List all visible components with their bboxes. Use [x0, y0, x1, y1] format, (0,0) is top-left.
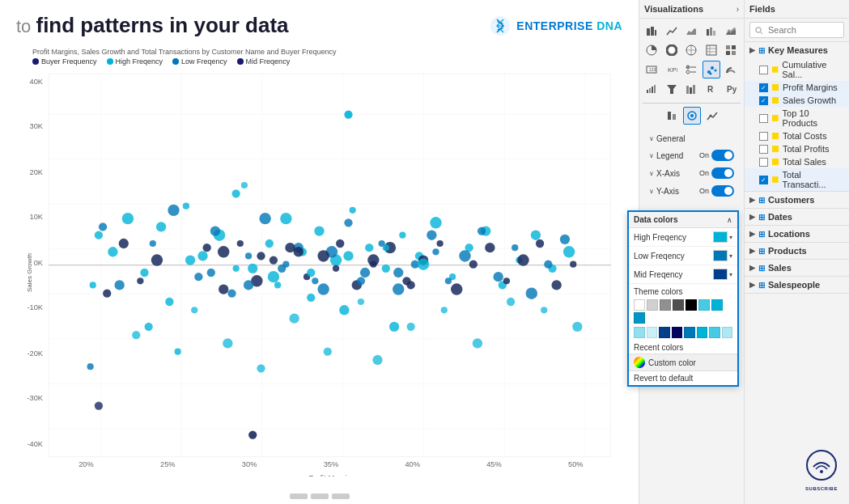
viz-r-visual[interactable]: R: [703, 80, 720, 98]
legend-label-buyer: Buyer Frequency: [41, 57, 97, 66]
field-check-total-transactions[interactable]: ✓: [759, 176, 768, 184]
page-2[interactable]: [311, 493, 329, 499]
viz-analytics-icon[interactable]: [703, 107, 721, 125]
dc-color-btn-low[interactable]: ▾: [713, 250, 732, 261]
viz-waterfall[interactable]: [643, 80, 660, 98]
dc-swatch-cyan3[interactable]: [697, 327, 708, 338]
svg-point-64: [289, 313, 299, 323]
dc-swatch-white[interactable]: [634, 299, 645, 311]
field-check-sales-growth[interactable]: ✓: [759, 96, 768, 105]
dc-theme-colors-row1: [629, 298, 737, 327]
field-group-header-dates[interactable]: ▶ ⊞ Dates: [745, 209, 849, 225]
viz-map[interactable]: [682, 41, 700, 59]
field-group-header-products[interactable]: ▶ ⊞ Products: [745, 243, 849, 259]
viz-kpi[interactable]: KPI: [663, 61, 681, 78]
field-check-cumulative[interactable]: [759, 66, 768, 74]
dc-swatch-gray[interactable]: [660, 299, 671, 311]
viz-slicer[interactable]: [682, 61, 700, 78]
dc-swatch-blue1[interactable]: [634, 312, 645, 324]
field-group-header-sales[interactable]: ▶ ⊞ Sales: [745, 260, 849, 276]
field-check-profit-margins[interactable]: ✓: [759, 83, 768, 92]
viz-ribbon[interactable]: [682, 80, 700, 98]
viz-donut-chart[interactable]: [663, 41, 681, 59]
viz-card[interactable]: 123: [643, 61, 660, 78]
subscribe-area[interactable]: SUBSCRIBE: [805, 449, 838, 491]
yaxis-toggle-pill[interactable]: [711, 185, 734, 197]
field-check-total-sales[interactable]: [759, 158, 768, 167]
field-item-cumulative[interactable]: Cumulative Sal...: [745, 58, 849, 81]
viz-matrix[interactable]: [722, 41, 740, 59]
viz-area-chart[interactable]: [682, 22, 700, 40]
field-group-header-locations[interactable]: ▶ ⊞ Locations: [745, 226, 849, 242]
field-group-header-key-measures[interactable]: ▶ ⊞ Key Measures: [745, 42, 849, 58]
dc-swatch-nvy[interactable]: [659, 327, 670, 338]
dc-custom-color-row[interactable]: Custom color: [629, 354, 737, 371]
dc-swatch-black[interactable]: [686, 299, 697, 311]
prop-yaxis[interactable]: ∨ Y-Axis On: [646, 182, 737, 200]
viz-pie-chart[interactable]: [643, 41, 660, 59]
field-item-total-profits[interactable]: Total Profits: [745, 142, 849, 155]
general-chevron: ∨: [649, 135, 654, 142]
field-item-total-costs[interactable]: Total Costs: [745, 129, 849, 142]
legend-toggle[interactable]: On: [699, 150, 734, 161]
dc-swatch-ltcyan[interactable]: [634, 327, 645, 338]
xaxis-toggle-pill[interactable]: [711, 167, 734, 179]
viz-funnel[interactable]: [663, 80, 681, 98]
viz-format-icon[interactable]: [683, 107, 701, 125]
page-1[interactable]: [290, 493, 308, 499]
svg-point-44: [365, 244, 373, 252]
svg-text:10K: 10K: [30, 213, 44, 221]
dc-swatch-dgray[interactable]: [673, 299, 684, 311]
field-check-total-costs[interactable]: [759, 132, 768, 141]
dc-arrow-low: ▾: [729, 252, 732, 260]
field-label-total-sales: Total Sales: [783, 157, 826, 167]
svg-rect-205: [772, 97, 779, 104]
field-group-header-customers[interactable]: ▶ ⊞ Customers: [745, 192, 849, 208]
legend-toggle-pill[interactable]: [711, 150, 734, 161]
xaxis-toggle[interactable]: On: [699, 167, 734, 179]
field-check-top10[interactable]: [759, 114, 768, 123]
field-item-total-sales[interactable]: Total Sales: [745, 155, 849, 168]
dc-swatch-ltblue[interactable]: [709, 327, 720, 338]
field-item-profit-margins[interactable]: ✓ Profit Margins: [745, 81, 849, 94]
dc-collapse-chevron[interactable]: ∧: [727, 216, 732, 224]
svg-point-139: [333, 265, 339, 272]
viz-gauge[interactable]: [722, 61, 740, 78]
field-group-header-salespeople[interactable]: ▶ ⊞ Salespeople: [745, 277, 849, 293]
dc-swatch-cyan1[interactable]: [698, 299, 710, 311]
viz-scatter-active[interactable]: [703, 61, 720, 78]
dc-swatch-lgray[interactable]: [647, 299, 658, 311]
field-item-sales-growth[interactable]: ✓ Sales Growth: [745, 94, 849, 107]
legend-chevron: ∨: [649, 152, 654, 159]
viz-stacked-area[interactable]: [722, 22, 740, 40]
dc-swatch-cyan2[interactable]: [711, 299, 723, 311]
dc-swatch-dnvy[interactable]: [672, 327, 683, 338]
viz-python[interactable]: Py: [722, 80, 740, 98]
viz-stacked-bar[interactable]: [643, 22, 660, 40]
field-item-top10[interactable]: Top 10 Products: [745, 107, 849, 129]
field-item-total-transactions[interactable]: ✓ Total Transacti...: [745, 168, 849, 191]
dc-swatch-mblue[interactable]: [684, 327, 695, 338]
prop-general[interactable]: ∨ General: [646, 131, 737, 146]
dc-revert-row[interactable]: Revert to default: [629, 371, 737, 385]
fields-search-input[interactable]: [749, 22, 844, 38]
dc-swatch-vltcyan[interactable]: [647, 327, 658, 338]
viz-fields-icon[interactable]: [663, 107, 681, 125]
svg-rect-158: [710, 28, 712, 36]
viz-table[interactable]: [703, 41, 720, 59]
viz-expand-arrow[interactable]: ›: [737, 5, 739, 14]
prop-xaxis[interactable]: ∨ X-Axis On: [646, 164, 737, 182]
yaxis-toggle[interactable]: On: [699, 185, 734, 197]
svg-point-56: [531, 231, 541, 240]
svg-point-26: [140, 269, 148, 277]
viz-grouped-bar[interactable]: [703, 22, 720, 40]
svg-point-40: [314, 226, 324, 235]
dc-color-btn-high[interactable]: ▾: [713, 231, 732, 243]
viz-line-chart[interactable]: [663, 22, 681, 40]
prop-legend[interactable]: ∨ Legend On: [646, 146, 737, 164]
dc-color-btn-mid[interactable]: ▾: [713, 269, 732, 280]
dc-swatch-vltblue[interactable]: [722, 327, 733, 338]
page-3[interactable]: [332, 493, 350, 499]
svg-point-34: [175, 349, 181, 355]
field-check-total-profits[interactable]: [759, 145, 768, 154]
